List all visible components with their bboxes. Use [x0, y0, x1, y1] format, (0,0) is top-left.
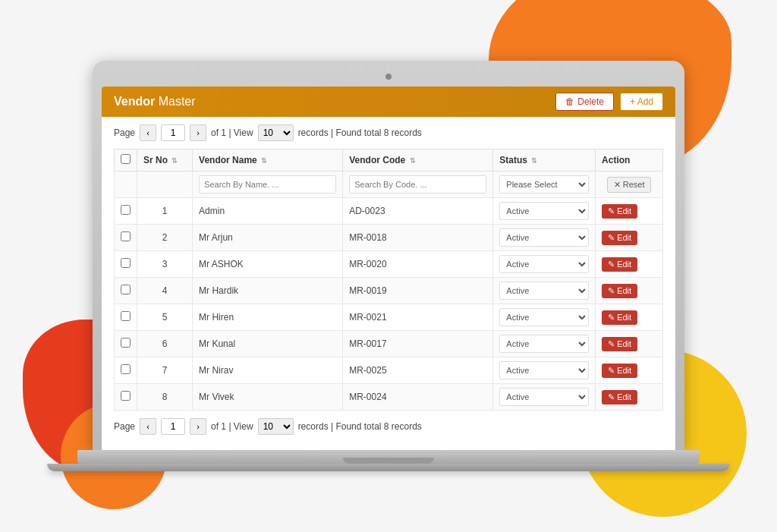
edit-button-6[interactable]: ✎ Edit	[602, 364, 637, 378]
page-input-top[interactable]	[161, 124, 185, 141]
next-page-btn-top[interactable]: ›	[190, 124, 206, 141]
row-checkbox-cell	[115, 304, 137, 331]
table-row: 4 Mr Hardik MR-0019 Active Inactive ✎ Ed…	[115, 278, 663, 304]
row-action-cell: ✎ Edit	[596, 198, 663, 225]
row-action-cell: ✎ Edit	[596, 278, 663, 304]
edit-button-3[interactable]: ✎ Edit	[602, 284, 637, 298]
row-checkbox-1[interactable]	[121, 231, 131, 241]
filter-status-cell: Please Select Active Inactive	[493, 172, 596, 198]
row-checkbox-cell	[115, 331, 137, 357]
row-vendor-name: Admin	[193, 198, 343, 225]
table-row: 2 Mr Arjun MR-0018 Active Inactive ✎ Edi…	[115, 225, 663, 251]
status-filter-select[interactable]: Please Select Active Inactive	[499, 175, 589, 194]
row-srno: 2	[137, 225, 193, 251]
row-srno: 7	[137, 357, 193, 384]
row-status-select-0[interactable]: Active Inactive	[499, 202, 589, 220]
row-status-select-2[interactable]: Active Inactive	[499, 255, 589, 273]
edit-button-5[interactable]: ✎ Edit	[602, 337, 637, 351]
table-row: 8 Mr Vivek MR-0024 Active Inactive ✎ Edi…	[115, 384, 663, 411]
row-vendor-code: MR-0024	[343, 384, 493, 411]
name-sort-icon: ⇅	[261, 157, 267, 165]
filter-action-cell: ✕ Reset	[596, 172, 663, 198]
search-code-input[interactable]	[349, 175, 486, 194]
row-srno: 4	[137, 278, 193, 304]
th-vendor-name: Vendor Name ⇅	[193, 150, 343, 172]
row-vendor-code: MR-0018	[343, 225, 493, 251]
search-name-input[interactable]	[199, 175, 336, 194]
pagination-bottom: Page ‹ › of 1 | View 10 25 50 100 record…	[114, 418, 663, 435]
of-label-bottom: of 1 | View	[211, 421, 253, 432]
pagination-top: Page ‹ › of 1 | View 10 25 50 100 record…	[114, 124, 663, 141]
row-checkbox-cell	[115, 251, 137, 278]
row-checkbox-4[interactable]	[121, 311, 131, 321]
row-checkbox-cell	[115, 384, 137, 411]
row-action-cell: ✎ Edit	[596, 357, 663, 384]
app-body: Page ‹ › of 1 | View 10 25 50 100 record…	[102, 117, 675, 450]
next-page-btn-bottom[interactable]: ›	[190, 418, 206, 435]
page-label-bottom: Page	[114, 421, 135, 432]
edit-button-7[interactable]: ✎ Edit	[602, 390, 637, 405]
row-checkbox-0[interactable]	[121, 205, 131, 215]
per-page-select-bottom[interactable]: 10 25 50 100	[258, 418, 294, 435]
edit-button-1[interactable]: ✎ Edit	[602, 231, 637, 245]
row-checkbox-cell	[115, 278, 137, 304]
row-status-select-4[interactable]: Active Inactive	[499, 308, 589, 326]
edit-button-0[interactable]: ✎ Edit	[602, 204, 637, 219]
row-action-cell: ✎ Edit	[596, 331, 663, 357]
row-vendor-code: MR-0019	[343, 278, 493, 304]
row-status-select-3[interactable]: Active Inactive	[499, 282, 589, 300]
row-srno: 3	[137, 251, 193, 278]
row-status-cell: Active Inactive	[493, 304, 596, 331]
row-action-cell: ✎ Edit	[596, 225, 663, 251]
row-vendor-name: Mr Arjun	[193, 225, 343, 251]
camera-bar	[102, 70, 675, 83]
row-status-select-5[interactable]: Active Inactive	[499, 335, 589, 353]
row-action-cell: ✎ Edit	[596, 251, 663, 278]
row-status-select-7[interactable]: Active Inactive	[499, 388, 589, 406]
row-vendor-name: Mr ASHOK	[193, 251, 343, 278]
row-status-cell: Active Inactive	[493, 225, 596, 251]
th-checkbox	[115, 150, 137, 172]
row-status-select-6[interactable]: Active Inactive	[499, 361, 589, 379]
row-checkbox-cell	[115, 225, 137, 251]
row-srno: 8	[137, 384, 193, 411]
edit-button-4[interactable]: ✎ Edit	[602, 310, 637, 325]
code-sort-icon: ⇅	[410, 157, 416, 165]
row-checkbox-2[interactable]	[121, 258, 131, 268]
row-vendor-name: Mr Hardik	[193, 278, 343, 304]
row-srno: 5	[137, 304, 193, 331]
table-row: 1 Admin AD-0023 Active Inactive ✎ Edit	[115, 198, 663, 225]
delete-button[interactable]: 🗑 Delete	[555, 93, 614, 111]
row-action-cell: ✎ Edit	[596, 304, 663, 331]
row-checkbox-7[interactable]	[121, 391, 131, 401]
select-all-checkbox[interactable]	[121, 154, 131, 164]
laptop-camera	[385, 74, 392, 80]
row-vendor-name: Mr Vivek	[193, 384, 343, 411]
page-input-bottom[interactable]	[161, 418, 185, 435]
row-status-cell: Active Inactive	[493, 251, 596, 278]
row-status-select-1[interactable]: Active Inactive	[499, 228, 589, 247]
th-action: Action	[596, 150, 663, 172]
row-checkbox-5[interactable]	[121, 338, 131, 348]
prev-page-btn-bottom[interactable]: ‹	[140, 418, 156, 435]
row-checkbox-cell	[115, 357, 137, 384]
row-vendor-code: AD-0023	[343, 198, 493, 225]
row-vendor-name: Mr Kunal	[193, 331, 343, 357]
row-status-cell: Active Inactive	[493, 198, 596, 225]
prev-page-btn-top[interactable]: ‹	[140, 124, 156, 141]
reset-button[interactable]: ✕ Reset	[607, 177, 652, 193]
add-button[interactable]: + Add	[620, 93, 663, 111]
laptop-wrapper: Vendor Master 🗑 Delete + Add Pa	[47, 61, 730, 471]
filter-srno-cell	[137, 172, 193, 198]
laptop-base	[77, 450, 700, 464]
per-page-select-top[interactable]: 10 25 50 100	[258, 124, 294, 141]
row-vendor-code: MR-0021	[343, 304, 493, 331]
row-vendor-name: Mr Hiren	[193, 304, 343, 331]
row-checkbox-3[interactable]	[121, 285, 131, 294]
app-title: Vendor Master	[114, 95, 196, 109]
records-label-bottom: records | Found total 8 records	[298, 421, 422, 432]
row-checkbox-6[interactable]	[121, 364, 131, 374]
filter-checkbox-cell	[115, 172, 137, 198]
laptop-foot	[47, 464, 730, 471]
edit-button-2[interactable]: ✎ Edit	[602, 257, 637, 272]
